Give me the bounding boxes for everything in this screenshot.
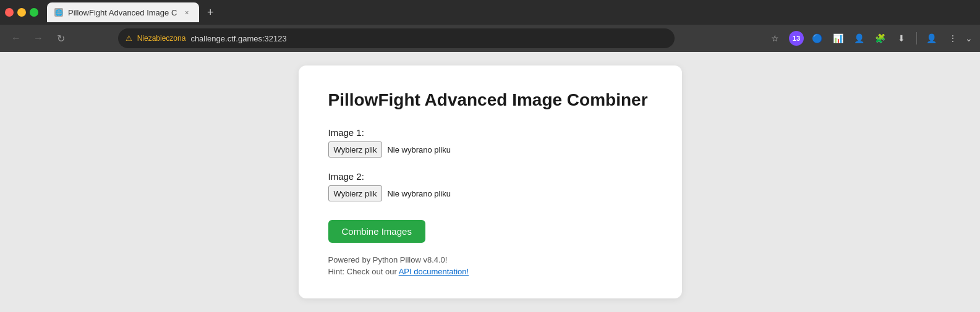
image1-field-group: Image 1: Wybierz plik Nie wybrano pliku	[328, 127, 652, 158]
menu-icon[interactable]: ⋮	[944, 30, 961, 47]
image1-label: Image 1:	[328, 127, 652, 138]
tab-close-button[interactable]: ×	[182, 7, 192, 17]
hint-text: Hint: Check out our API documentation!	[328, 267, 652, 276]
back-button[interactable]: ←	[7, 30, 25, 47]
page-content: PillowFight Advanced Image Combiner Imag…	[0, 52, 980, 312]
image1-choose-button[interactable]: Wybierz plik	[328, 141, 383, 158]
toolbar-divider	[916, 32, 917, 44]
toolbar-right: ☆ 13 🔵 📊 👤 🧩 ⬇ 👤 ⋮ ⌄	[767, 30, 973, 47]
insecure-label: Niezabieczona	[137, 34, 186, 43]
hint-prefix: Hint: Check out our	[328, 267, 399, 276]
browser-chrome: 🌐 PillowFight Advanced Image C × + ← → ↻…	[0, 0, 980, 52]
main-card: PillowFight Advanced Image Combiner Imag…	[299, 65, 682, 298]
powered-by-text: Powered by Python Pillow v8.4.0!	[328, 255, 652, 264]
tab-bar: 🌐 PillowFight Advanced Image C × +	[0, 0, 980, 25]
active-tab[interactable]: 🌐 PillowFight Advanced Image C ×	[47, 2, 199, 22]
expand-button[interactable]: ⌄	[965, 33, 973, 43]
refresh-button[interactable]: ↻	[52, 30, 69, 47]
bluetooth-icon[interactable]: 🔵	[809, 30, 826, 47]
image2-label: Image 2:	[328, 171, 652, 182]
extensions-icon[interactable]: 🧩	[872, 30, 889, 47]
image2-input-row: Wybierz plik Nie wybrano pliku	[328, 185, 652, 201]
address-bar-row: ← → ↻ ⚠ Niezabieczona challenge.ctf.game…	[0, 25, 980, 52]
profile-icon[interactable]: 👤	[923, 30, 940, 47]
combine-images-button[interactable]: Combine Images	[328, 220, 425, 243]
image2-no-file-text: Nie wybrano pliku	[387, 189, 451, 198]
image1-input-row: Wybierz plik Nie wybrano pliku	[328, 141, 652, 158]
close-traffic-light[interactable]	[5, 8, 14, 17]
stats-icon[interactable]: 📊	[830, 30, 847, 47]
address-bar[interactable]: ⚠ Niezabieczona challenge.ctf.games:3212…	[118, 28, 675, 48]
security-icon: ⚠	[126, 34, 132, 43]
minimize-traffic-light[interactable]	[17, 8, 26, 17]
api-documentation-link[interactable]: API documentation!	[399, 267, 469, 276]
profiles-icon[interactable]: 👤	[851, 30, 868, 47]
tab-label: PillowFight Advanced Image C	[68, 8, 177, 17]
image2-choose-button[interactable]: Wybierz plik	[328, 185, 383, 201]
image2-field-group: Image 2: Wybierz plik Nie wybrano pliku	[328, 171, 652, 201]
tab-favicon: 🌐	[54, 8, 63, 17]
extensions-badge[interactable]: 13	[788, 30, 805, 47]
maximize-traffic-light[interactable]	[30, 8, 38, 17]
traffic-lights	[5, 8, 38, 17]
page-title: PillowFight Advanced Image Combiner	[328, 90, 652, 110]
bookmark-icon[interactable]: ☆	[767, 30, 784, 47]
url-text: challenge.ctf.games:32123	[190, 34, 286, 43]
badge-count: 13	[789, 31, 804, 46]
downloads-icon[interactable]: ⬇	[893, 30, 910, 47]
image1-no-file-text: Nie wybrano pliku	[387, 145, 451, 154]
forward-button[interactable]: →	[30, 30, 47, 47]
new-tab-button[interactable]: +	[202, 4, 219, 21]
